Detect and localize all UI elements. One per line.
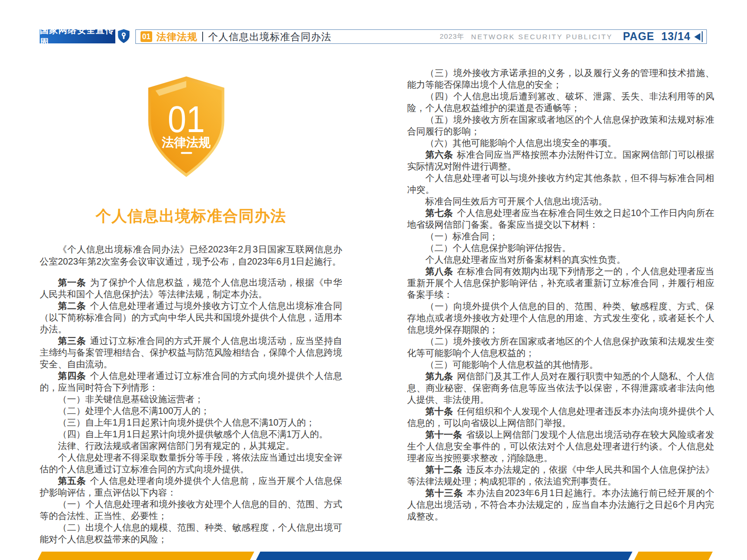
article-paragraph: 第四条个人信息处理者通过订立标准合同的方式向境外提供个人信息的，应当同时符合下列… <box>40 370 342 393</box>
chapter-number-badge: 01 <box>141 31 152 42</box>
article-paragraph: （一）非关键信息基础设施运营者； <box>40 393 342 405</box>
article-paragraph: （三）自上年1月1日起累计向境外提供个人信息不满10万人的； <box>40 417 342 428</box>
article-paragraph: 第一条为了保护个人信息权益，规范个人信息出境活动，根据《中华人民共和国个人信息保… <box>40 277 342 300</box>
article-paragraph: （四）自上年1月1日起累计向境外提供敏感个人信息不满1万人的。 <box>40 428 342 440</box>
header-doc-title: 个人信息出境标准合同办法 <box>208 30 331 43</box>
header-bar: 01 法律法规 个人信息出境标准合同办法 2023年 NETWORK SECUR… <box>135 29 707 44</box>
article-text: （三）境外接收方承诺承担的义务，以及履行义务的管理和技术措施、能力等能否保障出境… <box>407 68 714 90</box>
chapter-label: 法律法规 <box>156 30 197 43</box>
document-page: { "header": { "brand": "国家网络安全宣传周", "cha… <box>0 0 747 560</box>
article-paragraph: 第八条在标准合同有效期内出现下列情形之一的，个人信息处理者应当重新开展个人信息保… <box>407 266 714 301</box>
article-text: 个人信息处理者不得采取数量拆分等手段，将依法应当通过出境安全评估的个人信息通过订… <box>40 452 342 474</box>
article-number: 第二条 <box>58 301 86 311</box>
article-paragraph: （一）标准合同； <box>407 231 714 242</box>
article-text: （一）标准合同； <box>425 231 498 241</box>
article-paragraph: 第二条个人信息处理者通过与境外接收方订立个人信息出境标准合同（以下简称标准合同）… <box>40 300 342 335</box>
article-number: 第三条 <box>58 336 86 346</box>
footer-bars <box>40 552 711 560</box>
article-number: 第十三条 <box>425 488 463 498</box>
article-paragraph: 个人信息处理者不得采取数量拆分等手段，将依法应当通过出境安全评估的个人信息通过订… <box>40 452 342 475</box>
article-text: 网信部门及其工作人员对在履行职责中知悉的个人隐私、个人信息、商业秘密、保密商务信… <box>407 371 714 405</box>
article-text: （一）个人信息处理者和境外接收方处理个人信息的目的、范围、方式等的合法性、正当性… <box>40 499 342 521</box>
article-text: 在标准合同有效期内出现下列情形之一的，个人信息处理者应当重新开展个人信息保护影响… <box>407 266 714 300</box>
article-paragraph: （二）出境个人信息的规模、范围、种类、敏感程度，个人信息出境可能对个人信息权益带… <box>40 522 342 545</box>
footer-bar-blue <box>256 552 632 560</box>
page-back-icon <box>694 33 700 41</box>
article-paragraph: 第十三条本办法自2023年6月1日起施行。本办法施行前已经开展的个人信息出境活动… <box>407 487 714 522</box>
article-text: 标准合同应当严格按照本办法附件订立。国家网信部门可以根据实际情况对附件进行调整。 <box>407 149 714 171</box>
article-paragraph: 第七条个人信息处理者应当在标准合同生效之日起10个工作日内向所在地省级网信部门备… <box>407 207 714 231</box>
article-text: （五）境外接收方所在国家或者地区的个人信息保护政策和法规对标准合同履行的影响； <box>407 114 714 136</box>
article-text: （一）非关键信息基础设施运营者； <box>58 394 204 404</box>
article-number: 第六条 <box>425 149 453 160</box>
article-number: 第七条 <box>425 208 453 218</box>
article-paragraph: 第三条通过订立标准合同的方式开展个人信息出境活动，应当坚持自主缔约与备案管理相结… <box>40 335 342 370</box>
article-paragraph: （四）个人信息出境后遭到篡改、破坏、泄露、丢失、非法利用等的风险，个人信息权益维… <box>407 91 714 114</box>
article-text: （三）可能影响个人信息权益的其他情形。 <box>425 359 599 370</box>
article-text: （二）个人信息保护影响评估报告。 <box>425 243 571 253</box>
article-text: 标准合同生效后方可开展个人信息出境活动。 <box>425 196 607 206</box>
article-paragraph: 第六条标准合同应当严格按照本办法附件订立。国家网信部门可以根据实际情况对附件进行… <box>407 149 714 172</box>
article-number: 第五条 <box>58 476 86 486</box>
chapter-shield-emblem: 01 法律法规 <box>141 73 232 180</box>
article-paragraph: 第九条网信部门及其工作人员对在履行职责中知悉的个人隐私、个人信息、商业秘密、保密… <box>407 371 714 406</box>
article-text: （二）处理个人信息不满100万人的； <box>58 406 210 416</box>
brand-badge: 国家网络安全宣传周 <box>40 29 115 43</box>
article-number: 第十一条 <box>425 429 462 440</box>
article-paragraph: 标准合同生效后方可开展个人信息出境活动。 <box>407 196 714 207</box>
article-text: 任何组织和个人发现个人信息处理者违反本办法向境外提供个人信息的，可以向省级以上网… <box>407 406 714 428</box>
subtitle-en: NETWORK SECURITY PUBLICITY <box>471 33 613 41</box>
footer-bar-orange-left <box>37 552 254 560</box>
article-number: 第十条 <box>425 406 453 416</box>
article-paragraph: （六）其他可能影响个人信息出境安全的事项。 <box>407 137 714 149</box>
left-column-articles: 第一条为了保护个人信息权益，规范个人信息出境活动，根据《中华人民共和国个人信息保… <box>40 277 342 545</box>
article-paragraph: 法律、行政法规或者国家网信部门另有规定的，从其规定。 <box>40 440 342 452</box>
article-paragraph: 个人信息处理者可以与境外接收方约定其他条款，但不得与标准合同相冲突。 <box>407 172 714 196</box>
emblem-dash <box>181 152 192 154</box>
page-number: 13/14 <box>661 30 691 42</box>
article-paragraph: （一）个人信息处理者和境外接收方处理个人信息的目的、范围、方式等的合法性、正当性… <box>40 498 342 522</box>
article-text: （四）个人信息出境后遭到篡改、破坏、泄露、丢失、非法利用等的风险，个人信息权益维… <box>407 91 714 113</box>
page-word: PAGE <box>623 30 654 42</box>
shield-lock-icon <box>117 28 130 44</box>
article-text: （一）向境外提供个人信息的目的、范围、种类、敏感程度、方式、保存地点或者境外接收… <box>407 301 714 335</box>
page-title: 个人信息出境标准合同办法 <box>40 206 342 227</box>
emblem-number: 01 <box>168 98 205 140</box>
footer-bar-orange-right <box>634 552 712 560</box>
article-paragraph: 第十二条违反本办法规定的，依据《中华人民共和国个人信息保护法》等法律法规处理；构… <box>407 464 714 487</box>
article-text: 法律、行政法规或者国家网信部门另有规定的，从其规定。 <box>58 441 295 451</box>
article-paragraph: （三）可能影响个人信息权益的其他情形。 <box>407 359 714 371</box>
article-text: 个人信息处理者应当对所备案材料的真实性负责。 <box>425 254 626 265</box>
page-indicator: PAGE 13/14 <box>623 30 691 43</box>
emblem-label: 法律法规 <box>162 135 211 149</box>
right-column-articles: （三）境外接收方承诺承担的义务，以及履行义务的管理和技术措施、能力等能否保障出境… <box>407 67 714 522</box>
article-text: （二）境外接收方所在国家或者地区的个人信息保护政策和法规发生变化等可能影响个人信… <box>407 336 714 358</box>
article-number: 第十二条 <box>425 464 462 475</box>
year-label: 2023年 <box>440 32 465 41</box>
article-paragraph: 第五条个人信息处理者向境外提供个人信息前，应当开展个人信息保护影响评估，重点评估… <box>40 475 342 498</box>
article-number: 第八条 <box>425 266 453 276</box>
article-text: （二）出境个人信息的规模、范围、种类、敏感程度，个人信息出境可能对个人信息权益带… <box>40 522 342 544</box>
article-text: 个人信息处理者可以与境外接收方约定其他条款，但不得与标准合同相冲突。 <box>407 173 714 195</box>
article-text: （六）其他可能影响个人信息出境安全的事项。 <box>425 138 617 148</box>
article-paragraph: 第十一条省级以上网信部门发现个人信息出境活动存在较大风险或者发生个人信息安全事件… <box>407 429 714 464</box>
article-paragraph: 个人信息处理者应当对所备案材料的真实性负责。 <box>407 254 714 266</box>
article-paragraph: 第十条任何组织和个人发现个人信息处理者违反本办法向境外提供个人信息的，可以向省级… <box>407 406 714 429</box>
brand-badge-label: 国家网络安全宣传周 <box>40 24 115 49</box>
header-divider <box>202 32 203 42</box>
article-text: （三）自上年1月1日起累计向境外提供个人信息不满10万人的； <box>58 417 315 427</box>
intro-paragraph: 《个人信息出境标准合同办法》已经2023年2月3日国家互联网信息办公室2023年… <box>40 243 342 267</box>
article-paragraph: （二）个人信息保护影响评估报告。 <box>407 242 714 254</box>
article-paragraph: （二）处理个人信息不满100万人的； <box>40 405 342 417</box>
article-text: （四）自上年1月1日起累计向境外提供敏感个人信息不满1万人的。 <box>58 429 328 439</box>
article-paragraph: （三）境外接收方承诺承担的义务，以及履行义务的管理和技术措施、能力等能否保障出境… <box>407 67 714 91</box>
article-paragraph: （一）向境外提供个人信息的目的、范围、种类、敏感程度、方式、保存地点或者境外接收… <box>407 301 714 336</box>
article-text: 个人信息处理者应当在标准合同生效之日起10个工作日内向所在地省级网信部门备案。备… <box>407 208 714 230</box>
article-paragraph: （五）境外接收方所在国家或者地区的个人信息保护政策和法规对标准合同履行的影响； <box>407 114 714 137</box>
article-number: 第九条 <box>425 371 453 381</box>
article-number: 第四条 <box>58 371 86 381</box>
page-cursor-bar <box>702 31 703 42</box>
article-number: 第一条 <box>58 277 86 287</box>
article-paragraph: （二）境外接收方所在国家或者地区的个人信息保护政策和法规发生变化等可能影响个人信… <box>407 336 714 359</box>
